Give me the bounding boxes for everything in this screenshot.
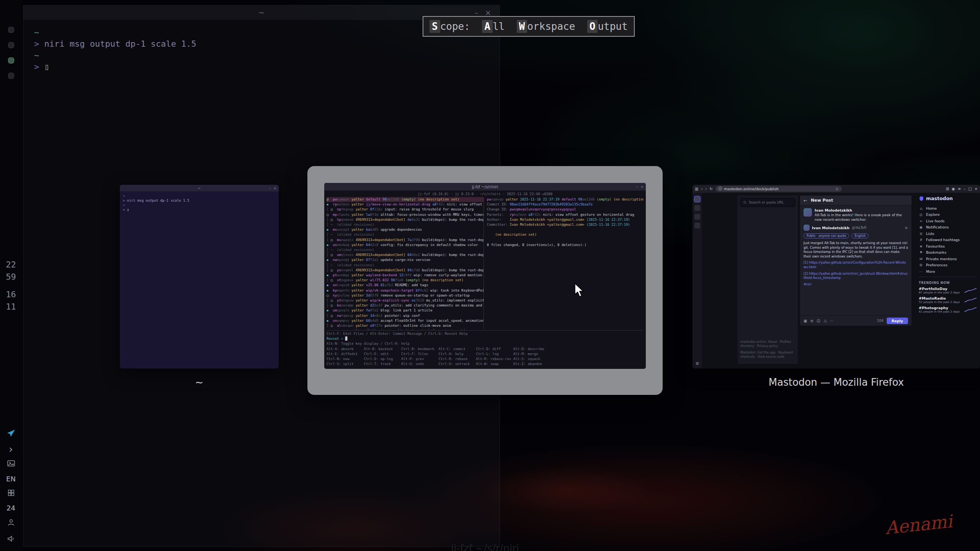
back-icon[interactable]: ‹	[701, 187, 702, 191]
extensions-icon[interactable]: ⊞	[946, 187, 949, 191]
tray-badge[interactable]: 24	[7, 504, 15, 512]
cancel-reply-icon[interactable]: ×	[905, 225, 908, 230]
hashtag-name[interactable]: #Photography	[919, 306, 964, 310]
vertical-tab[interactable]	[694, 214, 700, 220]
scope-indicator: Scope: All Workspace Output	[423, 16, 635, 37]
terminal-line: │ ○ umqlnvxs 49699313+dependabot[bot] 04…	[327, 253, 483, 258]
close-icon[interactable]: ×	[640, 185, 644, 189]
nav-item-icon: ◎	[919, 212, 923, 217]
nav-item[interactable]: ◉ Notifications	[919, 224, 977, 231]
search-input[interactable]	[749, 201, 792, 204]
post-preview[interactable]: Ivan Molodetskikh Alt-Tab is in the work…	[800, 205, 911, 223]
nav-item[interactable]: ⌂ Home	[919, 205, 977, 212]
window-preview-firefox[interactable]: ▥ ‹ › ↻ ⓘ mastodon.online/deck/publish ☆…	[693, 185, 980, 368]
nav-item-label: Explore	[926, 212, 940, 217]
nav-item[interactable]: ≈ Live feeds	[919, 218, 977, 224]
terminal-line: ~	[34, 50, 489, 61]
window-preview-jj-fzf[interactable]: jj-fzf ~/s/r/niri – × jj-fzf (0.34.0) · …	[324, 183, 646, 369]
nav-item-icon: ≈	[919, 219, 923, 223]
grid-icon[interactable]	[7, 489, 15, 499]
poll-icon[interactable]: ≣	[810, 319, 813, 323]
terminal-line: ○ mpslwvnu yalter lw8f1m alttab: focus-p…	[327, 212, 483, 217]
terminal-content: ~> niri msg output dp-1 scale 1.5~> ▯	[120, 191, 279, 214]
account-icon[interactable]: ◉	[952, 187, 955, 191]
compose-option-pill[interactable]: Public · anyone can quote	[804, 233, 849, 238]
footer-link-line[interactable]: Mastodon: Get the app · Keyboard shortcu…	[740, 351, 795, 359]
window-title: ~	[198, 186, 201, 190]
nav-item[interactable]: ✉ Private mentions	[919, 256, 977, 262]
nav-item[interactable]: ≣ Lists	[919, 230, 977, 237]
workspace-dot[interactable]	[8, 73, 14, 79]
reply-author-name[interactable]: Ivan Molodetskikh	[812, 226, 849, 230]
nav-item-label: Home	[926, 206, 937, 210]
user-icon[interactable]	[7, 518, 16, 528]
workspace-dot[interactable]	[8, 42, 14, 48]
terminal-line: ~	[123, 194, 276, 198]
menu-icon[interactable]: ≡	[958, 187, 961, 191]
search-bar[interactable]	[740, 198, 795, 207]
nav-item[interactable]: ★ Favourites	[919, 243, 977, 249]
more-options-icon[interactable]: ⋯	[830, 319, 834, 323]
hashtag-sparkline	[964, 307, 977, 312]
window-minimize-icon[interactable]: –	[964, 187, 965, 191]
nav-item[interactable]: ◎ Explore	[919, 212, 977, 218]
clock: 22 59 16 11	[6, 259, 16, 313]
telegram-icon[interactable]	[7, 429, 16, 440]
compose-option-pill[interactable]: English	[851, 233, 869, 238]
sidebar-toggle-icon[interactable]: ▥	[695, 187, 698, 191]
terminal-line: Author: Ivan Molodetskikh <yalter@gmail.…	[487, 217, 644, 222]
close-icon[interactable]: ×	[273, 186, 276, 190]
address-bar[interactable]: ⓘ mastodon.online/deck/publish ☆	[715, 186, 842, 192]
vertical-tab[interactable]	[694, 223, 700, 228]
minimize-icon[interactable]: –	[636, 185, 638, 189]
nav-item[interactable]: ⚙ Preferences	[919, 262, 977, 269]
window-maximize-icon[interactable]: □	[968, 187, 972, 191]
emoji-icon[interactable]: ☺	[817, 319, 820, 323]
window-close-icon[interactable]: ×	[975, 187, 978, 191]
tray-expand-icon[interactable]: ›	[9, 445, 13, 453]
nav-item[interactable]: ⚑ Bookmarks	[919, 249, 977, 256]
date-month: 11	[6, 301, 16, 313]
jj-revset-prompt[interactable]: Revset > █	[327, 336, 644, 341]
window-preview-terminal[interactable]: ~ – × ~> niri msg output dp-1 scale 1.5~…	[120, 185, 279, 368]
reply-button[interactable]: Reply	[887, 318, 908, 324]
trending-hashtag[interactable]: #PortfolioDay 87 people in the past 2 da…	[919, 287, 977, 294]
mastodon-logo[interactable]: mastodon	[919, 196, 977, 201]
keyboard-layout-indicator[interactable]: EN	[6, 475, 16, 483]
footer-link-line[interactable]: mastodon.online: About · Profiles direct…	[740, 340, 795, 348]
attach-media-icon[interactable]: ▣	[804, 319, 807, 323]
trending-hashtag[interactable]: #Photography 41 people in the past 2 day…	[919, 306, 977, 313]
minimize-icon[interactable]: –	[475, 8, 479, 17]
nav-item[interactable]: # Followed hashtags	[919, 237, 977, 243]
trending-hashtag[interactable]: #MastoRadio 52 people in the past 2 days	[919, 296, 977, 304]
terminal-line: ◆ unlvqszm yalter v25.08 01a7b3 README: …	[327, 283, 483, 288]
content-warning-icon[interactable]: ⚠	[823, 319, 827, 323]
avatar	[804, 225, 810, 231]
reload-icon[interactable]: ↻	[709, 187, 712, 191]
bookmark-star-icon[interactable]: ☆	[835, 187, 839, 191]
close-icon[interactable]: ×	[485, 8, 491, 17]
focused-window-frame[interactable]: jj-fzf ~/s/r/niri – × jj-fzf (0.34.0) · …	[307, 166, 663, 395]
workspace-dot[interactable]	[8, 27, 14, 33]
gear-icon[interactable]: ⚙	[696, 361, 699, 366]
workspace-dot-active[interactable]	[8, 57, 14, 64]
volume-icon[interactable]	[7, 534, 16, 545]
forward-icon[interactable]: ›	[705, 187, 707, 191]
compose-textarea[interactable]: Just merged Alt-Tab to main, shortly arr…	[800, 240, 911, 288]
drawer-footer-links[interactable]: mastodon.online: About · Profiles direct…	[740, 340, 795, 362]
post-author[interactable]: Ivan Molodetskikh	[815, 208, 908, 212]
terminal-line: ◆ unzmvkwq yalter 64d2c8 config: fix dis…	[327, 243, 483, 248]
hashtag-name[interactable]: #MastoRadio	[919, 296, 964, 300]
nav-item-icon: ◉	[919, 225, 923, 229]
site-info-icon[interactable]: ⓘ	[719, 186, 722, 191]
back-icon[interactable]: ←	[804, 198, 807, 203]
terminal-line: ◆ kpmqwvtn yalter wip/vk-swapchain-targe…	[327, 288, 483, 293]
minimize-icon[interactable]: –	[269, 186, 271, 190]
jj-commit-log[interactable]: @ pwvymwwt yalter default 98ae13d6 (empt…	[327, 197, 483, 329]
terminal-line: Change ID: pwsqmvqolunvqorvyuqrpnssxypqs…	[487, 207, 644, 212]
hashtag-name[interactable]: #PortfolioDay	[919, 287, 964, 291]
nav-item[interactable]: ⋯ More	[919, 268, 977, 275]
vertical-tab[interactable]	[694, 205, 700, 211]
screenshot-icon[interactable]	[7, 459, 16, 469]
vertical-tab[interactable]	[694, 196, 700, 202]
